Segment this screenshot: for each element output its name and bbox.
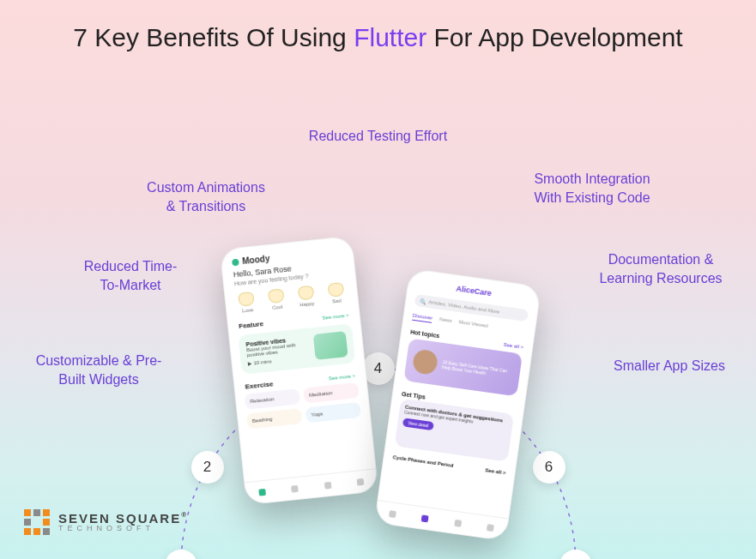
phone-mockup-alicecare: AliceCare 🔍 Articles, Video, Audio and M… (373, 268, 541, 542)
benefit-label-6: Documentation & Learning Resources (584, 250, 738, 287)
hero-text: 10 Easy Self-Care Ideas That Can Help Bo… (436, 358, 513, 379)
tab-icon (421, 514, 429, 522)
tab-news: News (438, 316, 452, 326)
mood-item: Happy (293, 285, 319, 308)
mood-item: Love (233, 291, 260, 314)
benefit-label-1: Customizable & Pre- Built Widgets (26, 352, 172, 388)
feature-card-meta: 10 mins (253, 358, 272, 365)
benefit-node-7: 7 (559, 550, 592, 559)
emoji-icon (238, 292, 255, 307)
tab-icon (356, 478, 364, 485)
brand-logo: SEVEN SQUARE® TECHNOSOFT (24, 509, 188, 535)
benefit-node-2: 2 (191, 451, 224, 484)
mood-item: Sad (322, 282, 348, 305)
tab-bar (375, 500, 508, 540)
benefit-node-1: 1 (165, 550, 197, 559)
see-more-link: See more > (328, 373, 355, 381)
tips-title: Get Tips (401, 391, 426, 400)
benefit-node-6: 6 (533, 451, 565, 484)
emoji-icon (297, 286, 314, 301)
logo-icon (24, 509, 50, 535)
benefit-label-7: Smaller App Sizes (601, 357, 738, 376)
logo-line2: TECHNOSOFT (58, 525, 188, 532)
see-all-link: See all > (503, 342, 523, 351)
phone-mockup-moody: Moody Hello, Sara Rose How are you feeli… (219, 236, 378, 506)
feature-illustration (312, 331, 348, 360)
tab-icon (486, 524, 493, 532)
registered-icon: ® (181, 511, 188, 519)
title-suffix: For App Development (426, 23, 683, 51)
emoji-icon (268, 288, 285, 304)
phone-a-brand: Moody (241, 254, 269, 266)
exercise-item: Beathing (245, 408, 302, 430)
cycle-title: Cycle Phases and Period (392, 454, 454, 468)
exercise-item: Yoga (305, 402, 361, 424)
phone-mockups: Moody Hello, Sara Rose How are you feeli… (233, 250, 524, 525)
tab-bar (245, 468, 378, 504)
benefit-label-5: Smooth Integration With Existing Code (498, 170, 686, 207)
see-all-link: See all > (485, 467, 506, 475)
tab-discover: Discover (412, 313, 432, 323)
see-more-link: See more > (322, 312, 349, 320)
benefit-label-2: Reduced Time- To-Market (70, 257, 191, 294)
view-detail-button: View detail (402, 418, 433, 430)
tab-icon (453, 519, 461, 526)
avatar (411, 348, 438, 376)
tab-icon (258, 488, 266, 496)
hot-topics-title: Hot topics (409, 329, 439, 340)
leaf-icon (231, 258, 239, 266)
title-accent: Flutter (354, 23, 426, 51)
phone-b-brand: AliceCare (455, 284, 492, 298)
benefit-label-3: Custom Animations & Transitions (129, 178, 283, 215)
tab-icon (324, 481, 331, 489)
page-title: 7 Key Benefits Of Using Flutter For App … (0, 21, 756, 56)
title-prefix: 7 Key Benefits Of Using (73, 23, 354, 51)
tab-most-viewed: Most Viewed (458, 319, 488, 331)
exercise-section-title: Exercise (245, 380, 274, 390)
feature-section-title: Feature (238, 320, 263, 330)
emoji-icon (327, 282, 344, 298)
tab-icon (291, 484, 299, 492)
tab-icon (389, 510, 396, 518)
mood-item: Cool (263, 288, 289, 311)
benefit-label-4: Reduced Testing Effort (0, 127, 756, 146)
